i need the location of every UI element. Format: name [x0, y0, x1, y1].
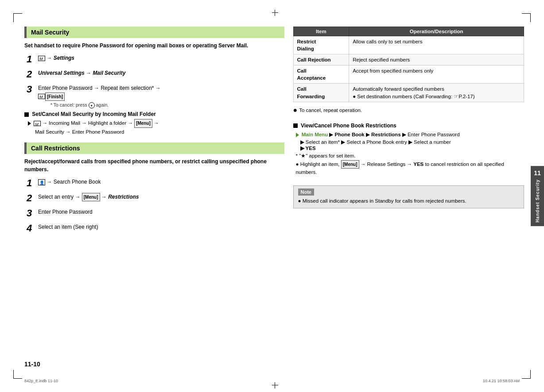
- table-desc-rejection: Reject specified numbers: [349, 54, 524, 65]
- corner-mark-tr: [522, 13, 531, 22]
- mail-security-description: Set handset to require Phone Password fo…: [24, 42, 284, 50]
- call-step-2: 2 Select an entry → [Menu] → Restriction…: [27, 193, 284, 204]
- step-3-note: * To cancel: press ● again.: [51, 102, 284, 109]
- person-icon: 👤: [38, 179, 45, 185]
- step-num-3: 3: [27, 84, 35, 95]
- call-step-num-4: 4: [27, 223, 35, 234]
- step-num-2: 2: [27, 69, 35, 80]
- table-item-restrict: RestrictDialing: [293, 36, 349, 54]
- call-step-1-content: 👤 → Search Phone Book: [38, 178, 284, 186]
- view-cancel-section: View/Cancel Phone Book Restrictions Main…: [293, 123, 524, 178]
- call-step-2-content: Select an entry → [Menu] → Restrictions: [38, 193, 284, 201]
- page-number-area: 11-10: [24, 352, 284, 368]
- call-step-num-2: 2: [27, 193, 35, 204]
- main-menu-text: Main Menu: [302, 132, 328, 137]
- call-step-3: 3 Enter Phone Password: [27, 208, 284, 219]
- mail-subsection-header: Set/Cancel Mail Security by Incoming Mai…: [24, 111, 284, 117]
- note-box: Note ● Missed call indicator appears in …: [293, 185, 524, 208]
- black-square-right: [293, 123, 298, 128]
- mail-path-cont: Mail Security → Enter Phone Password: [35, 129, 124, 135]
- table-row: CallForwarding Automatically forward spe…: [293, 84, 524, 102]
- step-3-content: Enter Phone Password → Repeat item selec…: [38, 84, 284, 108]
- note-box-content: ● Missed call indicator appears in Stand…: [298, 197, 519, 205]
- call-step-4-content: Select an item (See right): [38, 223, 284, 231]
- table-header-item: Item: [293, 27, 349, 36]
- table-desc-restrict: Allow calls only to set numbers: [349, 36, 524, 54]
- mail-step-1: 1 → Settings: [27, 54, 284, 65]
- side-tab: 11 Handset Security: [531, 166, 544, 226]
- mail-security-section: Mail Security Set handset to require Pho…: [24, 27, 284, 136]
- mail-security-steps: 1 → Settings 2 Universal Settings → Mail…: [27, 54, 284, 108]
- mail-icon: [38, 56, 45, 61]
- path-separator-2: ▶: [366, 132, 371, 137]
- step-num-1: 1: [27, 54, 35, 65]
- right-column: Item Operation/Description RestrictDiali…: [293, 27, 524, 368]
- side-tab-label: Handset Security: [535, 179, 540, 223]
- phone-book-text: Phone Book: [335, 132, 365, 137]
- step-1-content: → Settings: [38, 54, 284, 62]
- star-note: * "★" appears for set item.: [296, 153, 524, 159]
- table-row: CallAcceptance Accept from specified num…: [293, 65, 524, 84]
- triangle-icon-1: [28, 121, 31, 126]
- call-restrictions-description: Reject/accept/forward calls from specifi…: [24, 158, 284, 173]
- restrictions-table: Item Operation/Description RestrictDiali…: [293, 27, 524, 102]
- cancel-note-text: To cancel, repeat operation.: [299, 108, 362, 113]
- mail-step-3: 3 Enter Phone Password → Repeat item sel…: [27, 84, 284, 108]
- call-restrictions-title: Call Restrictions: [24, 142, 284, 154]
- call-step-4: 4 Select an item (See right): [27, 223, 284, 234]
- view-cancel-path-3: ▶ YES: [300, 145, 524, 151]
- mail-icon-path: [34, 121, 41, 126]
- table-item-acceptance: CallAcceptance: [293, 65, 349, 84]
- mail-security-title: Mail Security: [24, 27, 284, 38]
- side-tab-number: 11: [534, 169, 541, 177]
- mail-step-2: 2 Universal Settings → Mail Security: [27, 69, 284, 80]
- call-step-num-3: 3: [27, 208, 35, 219]
- menu-button-path: [Menu]: [134, 119, 152, 128]
- restrictions-text: Restrictions: [371, 132, 400, 137]
- page-content: Mail Security Set handset to require Pho…: [24, 27, 524, 368]
- call-restrictions-steps: 1 👤 → Search Phone Book 2 Select an entr…: [27, 178, 284, 234]
- mail-icon-finish: [38, 94, 45, 99]
- corner-mark-br: [522, 370, 531, 379]
- call-step-num-1: 1: [27, 178, 35, 188]
- menu-icon-highlight: [Menu]: [341, 160, 359, 169]
- call-step-1: 1 👤 → Search Phone Book: [27, 178, 284, 188]
- left-column: Mail Security Set handset to require Pho…: [24, 27, 284, 368]
- path-separator-1: ▶: [329, 132, 334, 137]
- footer-filename: 842p_E.indb 11-10: [24, 379, 58, 383]
- corner-mark-tl: [13, 13, 22, 22]
- bullet-dot-icon: ●: [293, 107, 298, 114]
- note-box-header: Note: [298, 188, 314, 196]
- view-cancel-path-2: ▶ Select an item* ▶ Select a Phone Book …: [300, 139, 524, 145]
- corner-mark-bl: [13, 370, 22, 379]
- table-header-description: Operation/Description: [349, 27, 524, 36]
- call-step-3-content: Enter Phone Password: [38, 208, 284, 216]
- enter-password-text: Enter Phone Password: [408, 132, 460, 137]
- mail-subsection-path: → Incoming Mail → Highlight a folder → […: [28, 119, 284, 136]
- table-desc-forwarding: Automatically forward specified numbers …: [349, 84, 524, 102]
- page-number: 11-10: [24, 361, 40, 368]
- call-restrictions-section: Call Restrictions Reject/accept/forward …: [24, 142, 284, 234]
- table-row: Call Rejection Reject specified numbers: [293, 54, 524, 65]
- cancel-btn-icon: ●: [89, 102, 95, 108]
- table-item-rejection: Call Rejection: [293, 54, 349, 65]
- view-cancel-path: Main Menu ▶ Phone Book ▶ Restrictions ▶ …: [296, 131, 524, 139]
- black-square-icon: [24, 112, 29, 117]
- cancel-note: ● To cancel, repeat operation.: [293, 108, 524, 114]
- footer-date: 10.4.21 10:58:03 AM: [483, 379, 520, 383]
- finish-button: [Finish]: [45, 92, 65, 101]
- table-row: RestrictDialing Allow calls only to set …: [293, 36, 524, 54]
- step-2-content: Universal Settings → Mail Security: [38, 69, 284, 77]
- view-cancel-header: View/Cancel Phone Book Restrictions: [293, 123, 524, 129]
- table-desc-acceptance: Accept from specified numbers only: [349, 65, 524, 84]
- highlight-note: ● Highlight an item, [Menu] → Release Se…: [296, 160, 524, 176]
- path-separator-3: ▶: [402, 132, 408, 137]
- mail-subsection: Set/Cancel Mail Security by Incoming Mai…: [24, 111, 284, 136]
- menu-icon-2: [Menu]: [82, 193, 100, 201]
- table-item-forwarding: CallForwarding: [293, 84, 349, 102]
- triangle-green-1: [296, 133, 299, 137]
